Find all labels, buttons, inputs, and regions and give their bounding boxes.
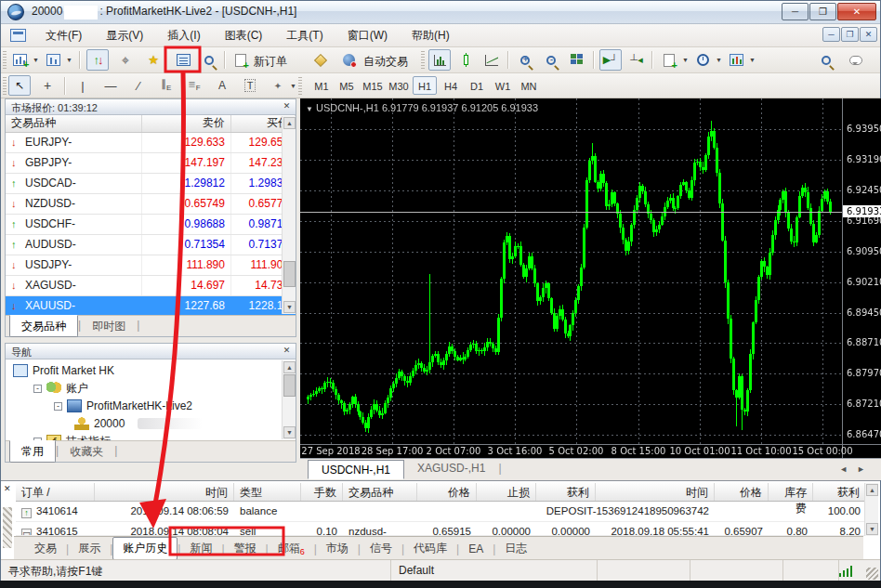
scroll-thumb[interactable] [283, 374, 296, 397]
timeframe-button-d1[interactable]: D1 [465, 76, 489, 95]
tree-node-accounts[interactable]: -账户 [33, 380, 88, 397]
timeframe-button-m5[interactable]: M5 [335, 76, 359, 95]
scroll-up-icon[interactable]: ▲ [866, 484, 878, 496]
templates-dropdown[interactable]: ▼ [749, 57, 756, 63]
tile-windows-button[interactable] [566, 49, 588, 71]
price-chart[interactable] [300, 98, 881, 458]
scroll-down-icon[interactable]: ▼ [283, 426, 296, 438]
terminal-col-8[interactable]: 时间 [596, 483, 715, 501]
market-watch-row-eurjpy[interactable]: ↓EURJPY-129.633129.655 [6, 132, 296, 152]
terminal-tab-0[interactable]: 交易 [25, 537, 66, 560]
market-watch-row-usdchf[interactable]: ↑USDCHF-0.986880.98712 [6, 214, 296, 234]
new-order-icon[interactable]: + [230, 49, 252, 71]
market-watch-col-symbol[interactable]: 交易品种 [6, 115, 141, 132]
terminal-col-5[interactable]: 价格 [417, 483, 477, 501]
market-watch-row-xagusd[interactable]: ↓XAGUSD-14.69714.731 [6, 275, 296, 295]
metaeditor-button[interactable] [309, 49, 332, 71]
market-watch-close-icon[interactable]: ✕ [282, 101, 292, 111]
tree-node-server[interactable]: -ProfitMarketHK-Live2 [54, 398, 192, 414]
chart-tab-1[interactable]: XAGUSD-,H1 [404, 459, 498, 477]
market-watch-tab-1[interactable]: 即时图 [81, 316, 137, 336]
terminal-button[interactable] [172, 49, 194, 71]
terminal-tab-1[interactable]: 展示 [69, 537, 110, 560]
market-watch-row-usdjpy[interactable]: ↓USDJPY-111.890111.906 [6, 255, 296, 275]
new-chart-button[interactable]: + [8, 49, 31, 71]
timeframe-button-h1[interactable]: H1 [413, 76, 437, 95]
navigator-tab-1[interactable]: 收藏夹 [59, 441, 114, 462]
periods-dropdown[interactable]: ▼ [716, 57, 722, 63]
terminal-col-3[interactable]: 手数 [301, 483, 343, 501]
bar-chart-button[interactable] [428, 49, 451, 71]
templates-button[interactable] [725, 49, 747, 71]
close-button[interactable]: ✕ [837, 3, 876, 20]
restore-button[interactable]: ❐ [809, 3, 836, 20]
strategy-tester-button[interactable] [198, 49, 220, 71]
line-chart-button[interactable] [480, 49, 503, 71]
timeframe-button-m1[interactable]: M1 [309, 76, 334, 95]
terminal-tab-4[interactable]: 警报 [225, 537, 266, 560]
crosshair-tool-button[interactable]: + [36, 75, 59, 96]
timeframe-button-m15[interactable]: M15 [361, 76, 385, 95]
terminal-col-10[interactable]: 库存费 [769, 483, 813, 501]
scroll-down-icon[interactable]: ▼ [866, 523, 878, 535]
resize-grip[interactable] [866, 568, 878, 580]
terminal-tab-3[interactable]: 新闻 [180, 537, 221, 560]
search-button[interactable] [815, 49, 837, 71]
menu-item-5[interactable]: 窗口(W) [335, 25, 400, 46]
tree-node-platform[interactable]: Profit Market HK [13, 362, 114, 379]
terminal-tab-10[interactable]: 日志 [495, 537, 536, 560]
chart-shift-button[interactable]: ┴◂ [625, 49, 648, 71]
scroll-down-icon[interactable]: ▼ [283, 301, 296, 313]
terminal-col-7[interactable]: 获利 [536, 483, 596, 501]
auto-trading-icon[interactable] [337, 49, 360, 71]
terminal-grip[interactable] [3, 507, 12, 548]
terminal-tab-5[interactable]: 邮箱6 [269, 537, 314, 560]
timeframe-button-w1[interactable]: W1 [491, 76, 515, 95]
terminal-close-icon[interactable]: ✕ [4, 484, 11, 493]
mdi-restore-button[interactable]: ❐ [841, 27, 859, 42]
menu-item-1[interactable]: 显示(V) [94, 25, 155, 46]
market-watch-row-usdcad[interactable]: ↑USDCAD-1.298121.29834 [6, 173, 296, 193]
market-watch-row-xauusd[interactable]: ↓XAUUSD-1227.681228.15 [6, 295, 296, 316]
horizontal-line-tool-button[interactable]: — [99, 75, 122, 96]
market-watch-row-nzdusd[interactable]: ↓NZDUSD-0.657490.65773 [6, 193, 296, 214]
trendline-tool-button[interactable]: ∕ [127, 75, 150, 96]
market-watch-row-gbpjpy[interactable]: ↓GBPJPY-147.197147.233 [6, 152, 296, 173]
mdi-minimize-button[interactable]: ─ [822, 27, 840, 42]
terminal-col-2[interactable]: 类型 [234, 483, 301, 501]
expand-icon[interactable]: - [33, 385, 42, 393]
terminal-col-4[interactable]: 交易品种 [343, 483, 417, 501]
vertical-line-tool-button[interactable]: | [72, 75, 94, 96]
toolbar-grip[interactable] [3, 51, 7, 70]
navigator-close-icon[interactable]: ✕ [282, 346, 292, 355]
navigator-tab-0[interactable]: 常用 [9, 440, 56, 463]
scroll-up-icon[interactable]: ▲ [283, 117, 296, 129]
terminal-col-1[interactable]: 时间 [95, 483, 234, 501]
channel-tool-button[interactable]: ∥E [155, 75, 178, 96]
zoom-out-button[interactable]: - [540, 49, 562, 71]
indicators-dropdown[interactable]: ▼ [682, 57, 689, 63]
market-watch-tab-0[interactable]: 交易品种 [9, 315, 78, 337]
menu-item-6[interactable]: 帮助(H) [400, 25, 462, 46]
new-chart-dropdown[interactable]: ▼ [33, 57, 39, 63]
arrows-tool-dropdown[interactable]: ▼ [290, 83, 296, 89]
arrows-tool-button[interactable]: ✦ [267, 75, 289, 96]
terminal-tab-9[interactable]: EA [459, 539, 493, 559]
chart-tab-left-icon[interactable]: ◄ [839, 464, 857, 474]
fibonacci-tool-button[interactable]: ≣F [183, 75, 205, 96]
terminal-col-11[interactable]: 获利 [813, 483, 866, 501]
auto-trading-button[interactable]: 自动交易 [363, 54, 408, 70]
market-watch-row-audusd[interactable]: ↑AUDUSD-0.713540.71373 [6, 234, 296, 255]
terminal-col-9[interactable]: 价格 [715, 483, 769, 501]
scroll-up-icon[interactable]: ▲ [283, 361, 296, 373]
history-row-deposit[interactable]: ↑34106142018.09.14 08:06:59balanceDEPOSI… [16, 502, 866, 522]
periods-button[interactable] [691, 49, 714, 71]
profiles-button[interactable] [42, 49, 64, 71]
expand-icon[interactable]: - [54, 402, 62, 411]
cursor-tool-button[interactable]: ↖ [8, 75, 31, 96]
terminal-tab-2[interactable]: 账户历史 [112, 537, 178, 560]
chart-document-icon[interactable] [10, 29, 26, 42]
timeframe-button-m30[interactable]: M30 [387, 76, 411, 95]
terminal-tab-6[interactable]: 市场 [317, 537, 358, 560]
new-order-button[interactable]: 新订单 [254, 54, 287, 70]
